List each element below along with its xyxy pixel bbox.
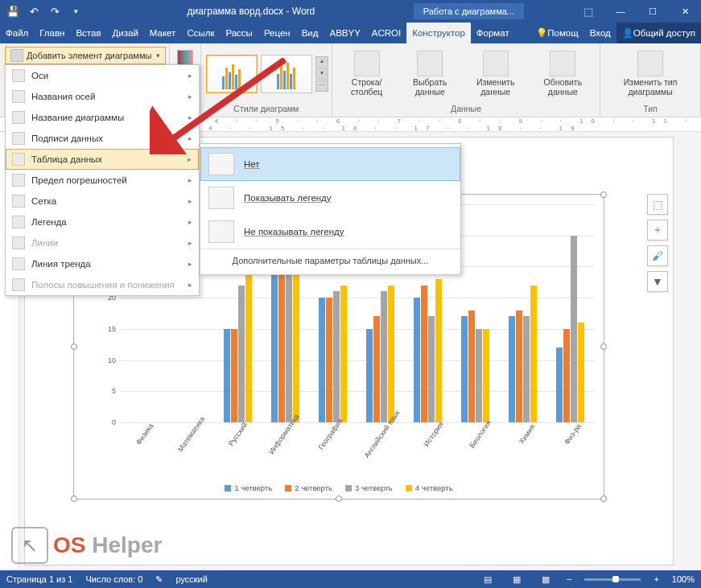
bar[interactable] (435, 279, 442, 422)
bar[interactable] (319, 298, 325, 422)
tab-insert[interactable]: Встав (70, 23, 106, 43)
zoom-out-icon[interactable]: − (567, 574, 571, 584)
bar[interactable] (509, 316, 515, 422)
status-words[interactable]: Число слов: 0 (85, 574, 142, 584)
bar[interactable] (563, 329, 570, 422)
select-data-button[interactable]: Выбрать данные (399, 49, 460, 98)
bar[interactable] (381, 291, 387, 422)
bar[interactable] (428, 316, 435, 422)
tab-file[interactable]: Файл (0, 23, 34, 43)
bar[interactable] (373, 316, 380, 422)
bar[interactable] (516, 310, 522, 422)
switch-row-col-button[interactable]: Строка/ столбец (337, 49, 397, 98)
sign-in[interactable]: Вход (584, 23, 616, 43)
tab-layout[interactable]: Макет (144, 23, 182, 43)
styles-more[interactable]: ⋯ (315, 80, 328, 92)
redo-icon[interactable]: ↷ (47, 3, 63, 19)
tab-review[interactable]: Рецен (258, 23, 296, 43)
legend-item[interactable]: 1 четверть (225, 483, 272, 492)
category-group[interactable] (499, 204, 546, 422)
status-page[interactable]: Страница 1 из 1 (6, 574, 72, 584)
menu-item-линия-тренда[interactable]: Линия тренда (6, 253, 199, 274)
chart-layout-options-icon[interactable]: ⬚ (647, 194, 668, 215)
zoom-level[interactable]: 100% (672, 574, 695, 584)
undo-icon[interactable]: ↶ (26, 3, 42, 19)
zoom-slider[interactable] (584, 578, 641, 581)
bar[interactable] (556, 347, 563, 422)
maximize-button[interactable]: ☐ (637, 0, 669, 23)
menu-item-подписи-данных[interactable]: Подписи данных (6, 128, 199, 149)
status-language[interactable]: русский (175, 574, 207, 584)
menu-item-таблица-данных[interactable]: Таблица данных (6, 149, 199, 170)
submenu-more-options[interactable]: Дополнительные параметры таблицы данных.… (200, 249, 460, 271)
tab-abbyy[interactable]: ABBYY (324, 23, 365, 43)
read-mode-icon[interactable]: ▤ (480, 574, 496, 585)
legend-item[interactable]: 4 четверть (406, 483, 453, 492)
bar[interactable] (483, 329, 489, 422)
bar[interactable] (523, 316, 530, 422)
chart-legend[interactable]: 1 четверть2 четверть3 четверть4 четверть (74, 483, 604, 492)
bar[interactable] (366, 329, 373, 422)
tab-acrobat[interactable]: ACROI (366, 23, 406, 43)
tab-constructor[interactable]: Конструктор (406, 23, 471, 43)
chart-style-2[interactable] (261, 55, 312, 93)
legend-item[interactable]: 2 четверть (285, 483, 332, 492)
bar[interactable] (333, 291, 340, 422)
chart-styles-icon[interactable]: 🖌 (647, 245, 668, 266)
change-colors-icon[interactable] (177, 50, 193, 66)
submenu-item[interactable]: Нет (200, 147, 460, 181)
bar[interactable] (468, 310, 475, 422)
bar[interactable] (238, 286, 245, 422)
tab-format[interactable]: Формат (471, 23, 515, 43)
save-icon[interactable]: 💾 (5, 3, 21, 19)
bar[interactable] (388, 286, 394, 422)
tab-design[interactable]: Дизай (107, 23, 144, 43)
bar[interactable] (421, 286, 427, 422)
bar[interactable] (530, 286, 537, 422)
bar[interactable] (224, 329, 230, 422)
bar[interactable] (414, 298, 420, 422)
share-button[interactable]: 👤 Общий доступ (616, 23, 701, 43)
menu-label: Легенда (31, 217, 67, 227)
bar[interactable] (340, 286, 347, 422)
styles-scroll-down[interactable]: ▾ (315, 68, 328, 80)
styles-scroll-up[interactable]: ▴ (315, 56, 328, 68)
menu-item-оси[interactable]: Оси (6, 65, 199, 86)
bar[interactable] (578, 323, 584, 422)
ribbon-options-icon[interactable]: ⬚ (572, 0, 604, 23)
bar[interactable] (245, 266, 252, 422)
chart-elements-icon[interactable]: ＋ (647, 220, 668, 241)
zoom-in-icon[interactable]: + (654, 574, 658, 584)
submenu-item[interactable]: Показывать легенду (200, 181, 460, 215)
menu-item-названия-осей[interactable]: Названия осей (6, 86, 199, 107)
tell-me[interactable]: 💡 Помощ (530, 23, 583, 43)
tab-references[interactable]: Ссылк (181, 23, 220, 43)
chart-style-1[interactable] (206, 55, 258, 93)
tab-view[interactable]: Вид (296, 23, 324, 43)
menu-item-предел-погрешностей[interactable]: Предел погрешностей (6, 170, 199, 191)
close-button[interactable]: ✕ (669, 0, 701, 23)
change-chart-type-button[interactable]: Изменить тип диаграммы (605, 49, 695, 98)
chart-filters-icon[interactable]: ▼ (647, 271, 668, 292)
bar[interactable] (476, 329, 482, 422)
menu-item-название-диаграммы[interactable]: Название диаграммы (6, 107, 199, 128)
refresh-data-button[interactable]: Обновить данные (530, 49, 595, 98)
tab-mailings[interactable]: Рассы (220, 23, 258, 43)
legend-item[interactable]: 3 четверть (345, 483, 393, 492)
edit-data-button[interactable]: Изменить данные (464, 49, 528, 98)
web-layout-icon[interactable]: ▩ (538, 574, 554, 585)
tab-home[interactable]: Главн (34, 23, 70, 43)
bar[interactable] (231, 329, 237, 422)
bar[interactable] (461, 316, 468, 422)
menu-item-сетка[interactable]: Сетка (6, 191, 199, 212)
minimize-button[interactable]: — (604, 0, 637, 23)
submenu-item[interactable]: Не показывать легенду (200, 215, 460, 249)
qat-more-icon[interactable]: ▾ (68, 3, 84, 19)
category-group[interactable] (546, 204, 594, 422)
print-layout-icon[interactable]: ▦ (509, 574, 525, 585)
add-chart-element-button[interactable]: Добавить элемент диаграммы (5, 47, 166, 64)
menu-item-легенда[interactable]: Легенда (6, 212, 199, 232)
bar[interactable] (326, 298, 332, 422)
spell-check-icon[interactable]: ✎ (155, 574, 163, 585)
bar[interactable] (571, 236, 577, 422)
